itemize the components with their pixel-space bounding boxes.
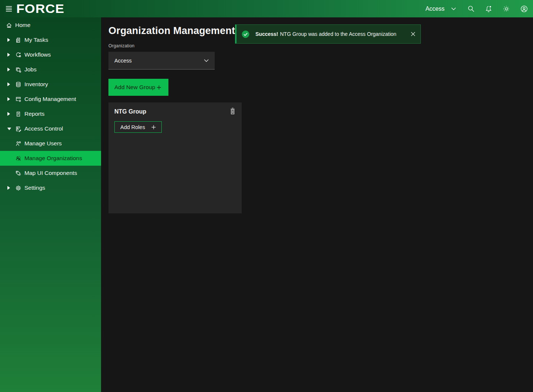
sidebar-item-label: Jobs [24,66,37,73]
toast-close-button[interactable] [406,24,420,44]
topbar-organization-value: Access [425,6,445,12]
sidebar-item-manage-organizations[interactable]: Manage Organizations [0,151,101,166]
organization-select[interactable]: Access [108,52,215,70]
tasks-icon [15,37,21,43]
hamburger-menu-button[interactable] [0,0,18,17]
logo-text: FORCE [16,2,64,16]
sidebar-item-inventory[interactable]: Inventory [0,77,101,92]
sidebar-item-my-tasks[interactable]: My Tasks [0,33,101,47]
sidebar-item-access-control[interactable]: Access Control [0,121,101,136]
toast-message: NTG Group was added to the Access Organi… [280,31,396,37]
main-content: Organization Management Success!NTG Grou… [101,17,533,392]
sidebar-item-label: Settings [24,185,45,191]
close-icon [411,32,415,36]
caret-right-icon [7,97,12,101]
plus-icon [151,125,156,129]
top-bar: FORCE Access [0,0,533,17]
organization-select-value: Access [114,58,132,64]
workflow-icon [15,52,21,58]
add-new-group-button[interactable]: Add New Group [108,79,168,96]
topbar-organization-dropdown[interactable]: Access [419,0,462,17]
sidebar-item-label: Manage Organizations [24,155,82,162]
bell-icon [485,5,492,13]
sidebar-item-label: Access Control [24,125,63,132]
home-icon [6,22,12,28]
sidebar-item-label: Workflows [24,51,51,58]
sidebar-item-home[interactable]: Home [0,18,101,33]
sidebar-item-manage-users[interactable]: Manage Users [0,136,101,151]
sidebar-item-label: Home [15,22,30,28]
access-control-icon [15,126,21,132]
group-card: NTG Group Add Roles [108,102,242,213]
success-toast: Success!NTG Group was added to the Acces… [235,24,421,44]
notifications-button[interactable] [480,0,497,17]
reports-icon [15,111,21,117]
caret-down-icon [7,128,12,130]
sidebar-item-reports[interactable]: Reports [0,107,101,121]
sidebar-item-map-ui-components[interactable]: Map UI Components [0,166,101,180]
add-new-group-label: Add New Group [114,84,155,91]
sidebar-item-label: Reports [24,111,44,117]
sidebar-item-settings[interactable]: Settings [0,180,101,195]
group-card-header: NTG Group [114,108,236,115]
sidebar-item-jobs[interactable]: Jobs [0,62,101,77]
sidebar-item-label: Map UI Components [24,170,77,176]
caret-right-icon [7,186,12,190]
sidebar-item-label: Config Management [24,96,76,102]
sun-icon [503,5,510,13]
organization-field-label: Organization [108,43,134,48]
inventory-icon [15,81,21,88]
sidebar-item-label: Inventory [24,81,48,88]
sidebar-item-config-management[interactable]: Config Management [0,92,101,107]
app-logo[interactable]: FORCE [16,0,61,17]
sidebar-nav: Home My Tasks [0,17,101,392]
add-roles-button[interactable]: Add Roles [114,121,162,133]
gear-icon [15,185,21,191]
trash-icon [229,108,236,115]
jobs-icon [15,67,21,73]
caret-right-icon [7,112,12,116]
caret-right-icon [7,82,12,86]
caret-right-icon [7,68,12,71]
page-title: Organization Management [108,25,235,37]
account-button[interactable] [515,0,533,17]
sidebar-item-label: My Tasks [24,37,48,43]
tag-check-icon [15,170,21,176]
toast-text: Success!NTG Group was added to the Acces… [255,31,406,37]
users-icon [15,155,21,162]
plus-icon [157,85,161,90]
user-avatar-icon [520,5,528,13]
caret-right-icon [7,53,12,57]
search-button[interactable] [462,0,480,17]
toast-title: Success! [255,31,278,37]
sidebar-item-workflows[interactable]: Workflows [0,47,101,62]
group-card-title: NTG Group [114,108,146,115]
user-gear-icon [15,141,21,147]
caret-right-icon [7,38,12,42]
sidebar-item-label: Manage Users [24,140,62,147]
delete-group-button[interactable] [229,108,236,115]
search-icon [467,5,475,12]
check-circle-icon [242,30,249,38]
config-icon [15,96,21,102]
app-root: FORCE Access [0,0,533,392]
brightness-toggle-button[interactable] [497,0,515,17]
add-roles-label: Add Roles [120,124,145,130]
hamburger-icon [5,6,13,12]
chevron-down-icon [204,59,209,62]
chevron-down-icon [451,7,456,10]
